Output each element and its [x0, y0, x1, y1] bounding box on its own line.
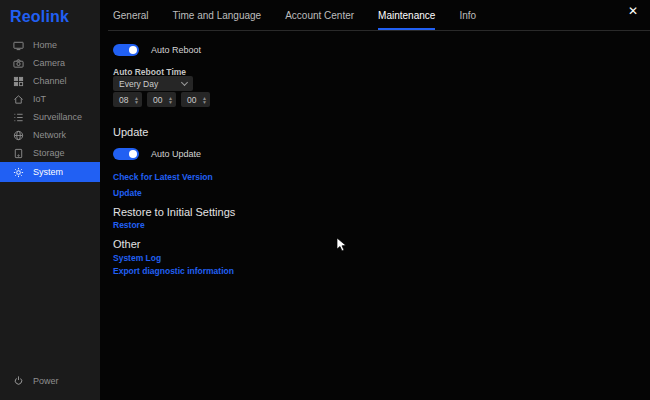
house-icon — [13, 94, 24, 105]
toggle-knob — [129, 150, 137, 158]
list-icon — [13, 112, 24, 123]
second-stepper[interactable]: 00 ▲▼ — [181, 92, 210, 107]
tab-time-and-language[interactable]: Time and Language — [173, 10, 262, 30]
update-link[interactable]: Update — [113, 188, 142, 198]
close-icon[interactable]: ✕ — [628, 4, 638, 18]
reboot-time-spinners: 08 ▲▼ 00 ▲▼ 00 ▲▼ — [113, 92, 210, 107]
arrow-down-icon[interactable]: ▼ — [202, 100, 207, 104]
hour-value: 08 — [119, 95, 134, 105]
sidebar-item-iot[interactable]: IoT — [0, 90, 100, 108]
stepper-arrows: ▲▼ — [202, 96, 207, 104]
sidebar-nav: Home Camera Channel IoT — [0, 36, 100, 182]
gear-icon — [13, 167, 24, 178]
sidebar-item-channel[interactable]: Channel — [0, 72, 100, 90]
maintenance-content: Auto Reboot Auto Reboot Time Every Day 0… — [113, 30, 650, 400]
arrow-down-icon[interactable]: ▼ — [168, 100, 173, 104]
arrow-down-icon[interactable]: ▼ — [134, 100, 139, 104]
tab-general[interactable]: General — [113, 10, 149, 30]
sidebar-item-camera[interactable]: Camera — [0, 54, 100, 72]
auto-reboot-label: Auto Reboot — [151, 45, 201, 55]
sidebar-item-label: Surveillance — [33, 112, 82, 122]
power-button[interactable]: Power — [13, 375, 59, 386]
update-heading: Update — [113, 126, 148, 138]
auto-update-row: Auto Update — [113, 148, 201, 160]
reolink-logo: Reolink — [10, 8, 69, 26]
second-value: 00 — [187, 95, 202, 105]
auto-reboot-toggle[interactable] — [113, 44, 139, 56]
camera-icon — [13, 58, 24, 69]
auto-update-label: Auto Update — [151, 149, 201, 159]
stepper-arrows: ▲▼ — [168, 96, 173, 104]
restore-heading: Restore to Initial Settings — [113, 206, 235, 218]
sidebar-item-label: Camera — [33, 58, 65, 68]
tab-account-center[interactable]: Account Center — [285, 10, 354, 30]
reboot-frequency-select[interactable]: Every Day — [113, 76, 193, 91]
sidebar-item-label: Network — [33, 130, 66, 140]
stepper-arrows: ▲▼ — [134, 96, 139, 104]
globe-icon — [13, 130, 24, 141]
sidebar-item-surveillance[interactable]: Surveillance — [0, 108, 100, 126]
storage-icon — [13, 148, 24, 159]
chevron-down-icon — [181, 78, 188, 85]
sidebar-item-label: System — [33, 167, 63, 177]
power-label: Power — [33, 376, 59, 386]
sidebar-item-label: Storage — [33, 148, 65, 158]
hour-stepper[interactable]: 08 ▲▼ — [113, 92, 142, 107]
check-latest-version-link[interactable]: Check for Latest Version — [113, 172, 213, 182]
sidebar-item-network[interactable]: Network — [0, 126, 100, 144]
auto-reboot-row: Auto Reboot — [113, 44, 201, 56]
sidebar-item-label: IoT — [33, 94, 46, 104]
sidebar-item-label: Channel — [33, 76, 67, 86]
power-icon — [13, 375, 24, 386]
other-heading: Other — [113, 238, 141, 250]
monitor-icon — [13, 40, 24, 51]
sidebar: Reolink Home Camera Channel — [0, 0, 100, 400]
app-window: Reolink Home Camera Channel — [0, 0, 650, 400]
export-diagnostic-link[interactable]: Export diagnostic information — [113, 266, 234, 276]
minute-stepper[interactable]: 00 ▲▼ — [147, 92, 176, 107]
selected-frequency: Every Day — [119, 79, 182, 89]
auto-update-toggle[interactable] — [113, 148, 139, 160]
grid-icon — [13, 76, 24, 87]
toggle-knob — [129, 46, 137, 54]
sidebar-item-label: Home — [33, 40, 57, 50]
sidebar-item-system[interactable]: System — [0, 162, 100, 182]
restore-link[interactable]: Restore — [113, 220, 145, 230]
sidebar-item-home[interactable]: Home — [0, 36, 100, 54]
tab-info[interactable]: Info — [459, 10, 476, 30]
tab-maintenance[interactable]: Maintenance — [378, 10, 435, 30]
system-log-link[interactable]: System Log — [113, 253, 161, 263]
tab-bar: General Time and Language Account Center… — [113, 10, 476, 30]
minute-value: 00 — [153, 95, 168, 105]
sidebar-item-storage[interactable]: Storage — [0, 144, 100, 162]
main-panel: ✕ General Time and Language Account Cent… — [100, 0, 650, 400]
